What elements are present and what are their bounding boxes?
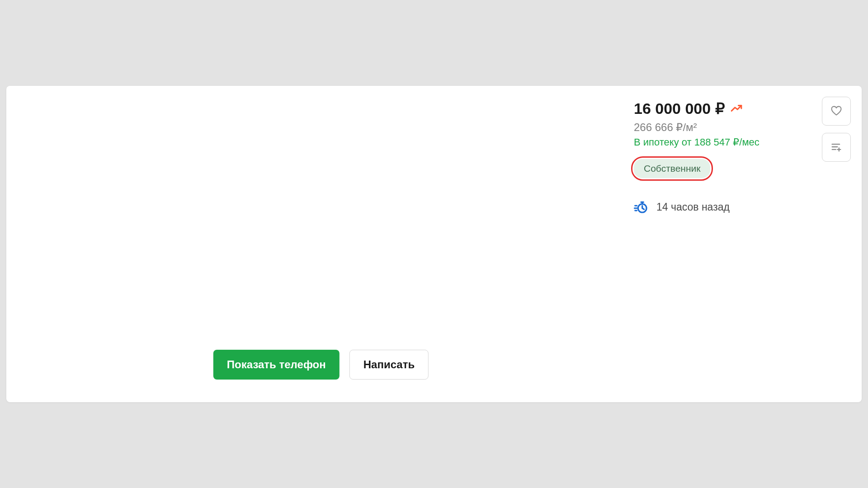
listing-card: Показать телефон Написать 16 000 000 ₽ 2…	[6, 86, 862, 402]
time-row: 14 часов назад	[634, 200, 851, 214]
price-trend-up-icon	[731, 104, 742, 113]
heart-icon	[830, 104, 843, 118]
price-row: 16 000 000 ₽	[634, 99, 851, 117]
favorite-button[interactable]	[822, 97, 851, 126]
page-wrap: Показать телефон Написать 16 000 000 ₽ 2…	[0, 0, 868, 402]
write-button[interactable]: Написать	[349, 350, 429, 380]
owner-badge: Собственник	[634, 159, 710, 178]
price-value: 16 000 000 ₽	[634, 99, 725, 117]
list-add-icon	[830, 141, 843, 155]
price-per-unit: 266 666 ₽/м²	[634, 121, 851, 134]
add-to-list-button[interactable]	[822, 133, 851, 162]
listing-price-column: 16 000 000 ₽ 266 666 ₽/м² В ипотеку от 1…	[625, 97, 851, 391]
side-buttons-column	[822, 97, 851, 162]
action-buttons-row: Показать телефон Написать	[213, 350, 429, 380]
stopwatch-icon	[634, 200, 648, 214]
listing-content-area: Показать телефон Написать	[17, 97, 625, 391]
show-phone-button[interactable]: Показать телефон	[213, 350, 340, 380]
time-posted: 14 часов назад	[656, 201, 730, 213]
mortgage-link[interactable]: В ипотеку от 188 547 ₽/мес	[634, 136, 851, 148]
